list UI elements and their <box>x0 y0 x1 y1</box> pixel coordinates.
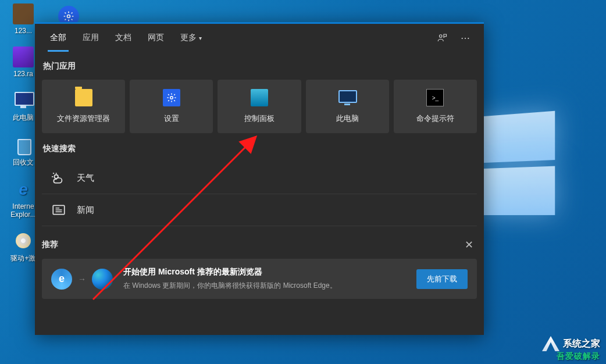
internet-explorer-icon: e <box>13 179 34 200</box>
tile-label: 文件资源管理器 <box>57 113 110 124</box>
watermark-text: 系统之家 <box>563 338 600 350</box>
edge-recommendation-card: e → 开始使用 Microsoft 推荐的最新浏览器 在 Windows 更新… <box>42 259 477 299</box>
person-feedback-icon <box>437 33 447 43</box>
desktop-icon-label: 123... <box>15 27 32 35</box>
tile-control-panel[interactable]: 控制面板 <box>218 80 301 133</box>
tile-label: 控制面板 <box>244 113 275 124</box>
start-menu: 全部 应用 文档 网页 更多 ▾ ⋯ 热门应用 文件资源管理器 <box>35 22 484 335</box>
feedback-button[interactable] <box>430 26 454 49</box>
tab-more-label: 更多 <box>180 33 197 43</box>
desktop-icon-label: 驱动+激 <box>10 254 35 263</box>
edge-upgrade-icons: e → <box>51 269 113 290</box>
quick-item-label: 天气 <box>77 173 94 184</box>
terminal-icon <box>426 89 444 106</box>
recommendations-section: 推荐 ✕ e → 开始使用 Microsoft 推荐的最新浏览器 在 Windo… <box>42 237 477 299</box>
monitor-icon <box>338 89 356 106</box>
tab-more[interactable]: 更多 ▾ <box>172 24 210 52</box>
quick-item-weather[interactable]: 天气 <box>42 162 477 194</box>
control-panel-icon <box>251 89 268 106</box>
tile-file-explorer[interactable]: 文件资源管理器 <box>42 80 125 133</box>
quick-search-title: 快速搜索 <box>43 144 476 154</box>
svg-point-0 <box>67 15 70 18</box>
folder-icon <box>75 89 92 106</box>
tile-this-pc[interactable]: 此电脑 <box>306 80 389 133</box>
start-tabs: 全部 应用 文档 网页 更多 ▾ ⋯ <box>35 24 484 52</box>
more-options-button[interactable]: ⋯ <box>454 26 477 49</box>
desktop-icon-label: 回收文 <box>13 158 34 167</box>
tab-all[interactable]: 全部 <box>42 24 74 52</box>
picture-icon <box>13 3 34 24</box>
chevron-down-icon: ▾ <box>199 35 202 41</box>
arrow-right-icon: → <box>78 274 86 284</box>
quick-item-label: 新闻 <box>77 205 94 216</box>
weather-icon <box>50 169 67 187</box>
tab-apps[interactable]: 应用 <box>74 24 107 52</box>
tile-label: 命令提示符 <box>416 113 454 124</box>
disc-icon <box>13 230 34 251</box>
popular-apps-title: 热门应用 <box>43 61 476 72</box>
watermark-logo-icon <box>542 336 559 351</box>
ellipsis-icon: ⋯ <box>461 33 470 44</box>
edge-legacy-icon: e <box>51 269 72 290</box>
news-icon <box>50 201 67 219</box>
download-edge-button[interactable]: 先前下载 <box>416 269 468 289</box>
archive-icon <box>13 47 34 67</box>
tile-label: 此电脑 <box>336 113 359 124</box>
popular-apps-grid: 文件资源管理器 设置 控制面板 此电脑 命令提示符 <box>42 80 477 133</box>
gear-icon <box>163 89 180 106</box>
svg-point-2 <box>170 97 173 99</box>
recycle-bin-icon <box>13 134 34 155</box>
recommendations-title: 推荐 <box>42 240 58 250</box>
edge-chromium-icon <box>92 269 113 290</box>
watermark-secondary: 吾爱破解录 <box>557 351 600 362</box>
recommendation-title: 开始使用 Microsoft 推荐的最新浏览器 <box>123 267 406 277</box>
tile-settings[interactable]: 设置 <box>130 80 213 133</box>
close-icon: ✕ <box>465 238 473 251</box>
close-recommendation-button[interactable]: ✕ <box>461 237 477 253</box>
tile-cmd[interactable]: 命令提示符 <box>394 80 477 133</box>
tab-docs[interactable]: 文档 <box>107 24 140 52</box>
desktop-icon-label: 此电脑 <box>13 113 34 123</box>
watermark: 系统之家 <box>542 336 600 351</box>
monitor-icon <box>13 90 34 110</box>
quick-item-news[interactable]: 新闻 <box>42 194 477 226</box>
recommendation-subtitle: 在 Windows 更新期间，你的电脑将很快获得新版的 Microsoft Ed… <box>123 281 406 291</box>
quick-search-list: 天气 新闻 <box>42 162 477 226</box>
tile-label: 设置 <box>164 113 179 124</box>
svg-point-1 <box>440 35 443 38</box>
tab-web[interactable]: 网页 <box>140 24 172 52</box>
desktop-icon-label: 123.ra <box>13 70 33 78</box>
